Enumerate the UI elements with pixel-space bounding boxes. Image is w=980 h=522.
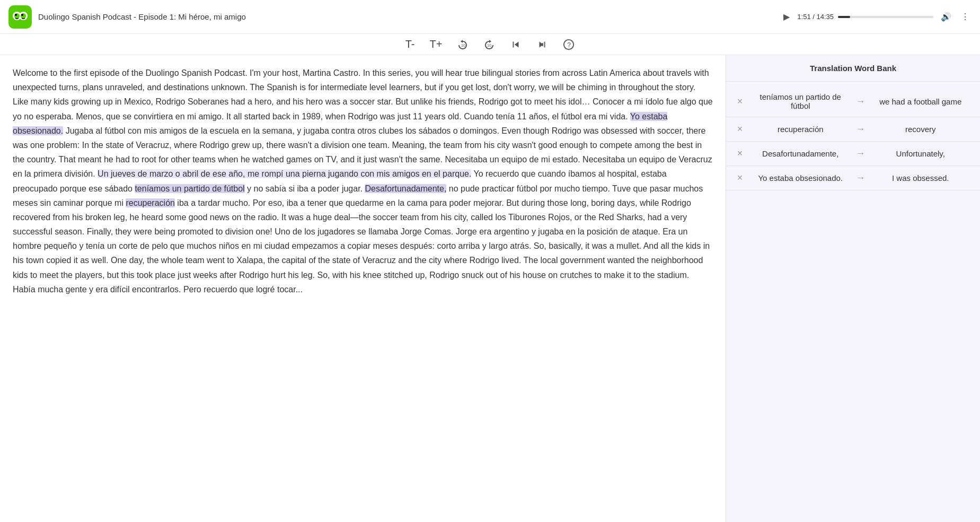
word-bank-english: we had a football game (870, 97, 972, 106)
main-content: Welcome to the first episode of the Duol… (0, 55, 980, 522)
word-bank-list: ×teníamos un partido de fútbol→we had a … (726, 82, 980, 195)
svg-text:10: 10 (487, 44, 491, 47)
svg-text:10: 10 (461, 44, 465, 47)
word-bank-english: Unfortunately, (870, 149, 972, 158)
word-bank-header: Translation Word Bank (726, 55, 980, 82)
rewind-button[interactable]: 10 (454, 38, 472, 51)
word-bank-spanish: Desafortunadamente, (749, 149, 852, 158)
sentence-highlight: Un jueves de marzo o abril de ese año, m… (98, 169, 471, 178)
vocab-highlight-partido: teníamos un partido de fútbol (135, 184, 244, 193)
word-bank-row: ×Desafortunadamente,→Unfortunately, (726, 142, 980, 166)
word-bank-arrow-icon: → (856, 172, 866, 184)
word-bank-english: recovery (870, 125, 972, 134)
word-bank-spanish: Yo estaba obsesionado. (749, 173, 852, 182)
vocab-highlight-recuperacion: recuperación (126, 198, 175, 207)
slow-down-button[interactable]: T- (402, 37, 418, 51)
play-button[interactable]: ▶ (781, 10, 792, 24)
time-display: 1:51 / 14:35 (797, 13, 834, 21)
speed-controls: T- T+ 10 10 ? (0, 34, 980, 55)
speed-up-button[interactable]: T+ (426, 37, 445, 51)
word-bank-english: I was obsessed. (870, 173, 972, 182)
word-bank-dismiss-button[interactable]: × (735, 172, 745, 184)
word-bank-dismiss-button[interactable]: × (735, 124, 745, 135)
word-bank-spanish: teníamos un partido de fútbol (749, 92, 852, 110)
player-controls: ▶ 1:51 / 14:35 🔊 ⋮ (781, 10, 972, 24)
svg-text:?: ? (568, 41, 571, 48)
progress-bar-fill (838, 16, 850, 18)
word-bank-arrow-icon: → (856, 148, 866, 159)
progress-container: 1:51 / 14:35 (797, 13, 933, 21)
word-bank-row: ×teníamos un partido de fútbol→we had a … (726, 86, 980, 117)
word-bank-dismiss-button[interactable]: × (735, 96, 745, 107)
next-sentence-button[interactable] (533, 38, 551, 51)
word-bank-row: ×Yo estaba obsesionado.→I was obsessed. (726, 166, 980, 190)
transcript-panel[interactable]: Welcome to the first episode of the Duol… (0, 55, 726, 522)
help-button[interactable]: ? (560, 38, 578, 51)
word-bank-panel: Translation Word Bank ×teníamos un parti… (726, 55, 980, 522)
svg-rect-2 (544, 41, 545, 47)
word-bank-dismiss-button[interactable]: × (735, 148, 745, 159)
word-bank-arrow-icon: → (856, 124, 866, 135)
volume-button[interactable]: 🔊 (939, 10, 953, 24)
app-icon (8, 5, 32, 29)
vocab-highlight-desafortunadamente: Desafortunadamente, (365, 184, 446, 193)
progress-bar[interactable] (838, 16, 933, 18)
word-bank-arrow-icon: → (856, 96, 866, 107)
more-button[interactable]: ⋮ (959, 10, 972, 24)
vocab-highlight-obsesionado: Yo estaba obsesionado. (13, 112, 667, 135)
forward-button[interactable]: 10 (480, 38, 498, 51)
word-bank-row: ×recuperación→recovery (726, 117, 980, 142)
top-bar: Duolingo Spanish Podcast - Episode 1: Mi… (0, 0, 980, 34)
transcript-text: Welcome to the first episode of the Duol… (13, 66, 713, 297)
prev-sentence-button[interactable] (507, 38, 525, 51)
word-bank-spanish: recuperación (749, 125, 852, 134)
episode-title: Duolingo Spanish Podcast - Episode 1: Mi… (38, 12, 246, 21)
